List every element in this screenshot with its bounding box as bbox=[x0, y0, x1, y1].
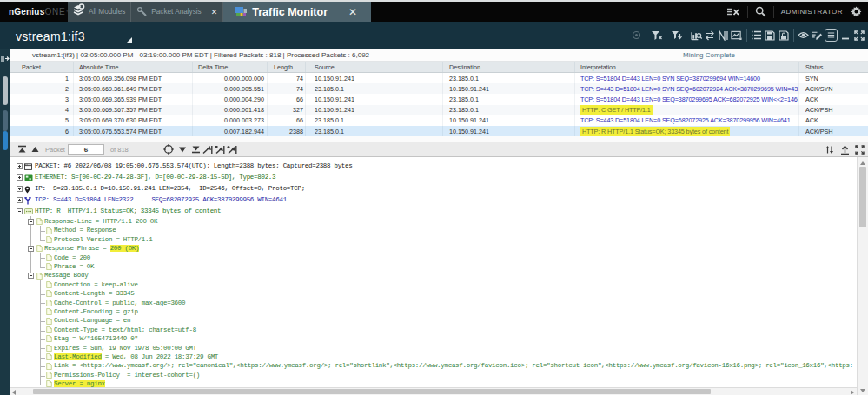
tree-row[interactable]: HTTP: R HTTP/1.1 Status=OK; 33345 bytes … bbox=[10, 207, 857, 218]
tree-row[interactable]: Content-Language = en bbox=[10, 317, 857, 326]
collapse-box-icon[interactable] bbox=[17, 208, 23, 214]
tree-row[interactable]: Expires = Sun, 19 Nov 1978 05:00:00 GMT bbox=[10, 344, 857, 352]
next-packet-icon[interactable] bbox=[178, 146, 187, 154]
tree-row[interactable]: Response-Line = HTTP/1.1 200 OK bbox=[10, 218, 857, 227]
sidebar-scroll-pill-slate[interactable] bbox=[3, 110, 8, 131]
tree-row[interactable]: Cache-Control = public, max-age=3600 bbox=[10, 299, 857, 307]
filter-icon[interactable] bbox=[651, 30, 662, 41]
tab-packet-analysis[interactable]: Packet Analysis ✕ bbox=[131, 2, 223, 22]
view-title-caret-icon[interactable] bbox=[127, 37, 132, 43]
tab-traffic-monitor[interactable]: Traffic Monitor ✕ bbox=[223, 2, 371, 22]
tree-row[interactable]: Response Phrase = 200 (OK) bbox=[10, 245, 857, 253]
cell: 66 bbox=[268, 94, 306, 104]
tab-traffic-monitor-close-icon[interactable]: ✕ bbox=[348, 6, 357, 18]
tree-row[interactable]: Phrase = OK bbox=[10, 263, 857, 272]
goto-packet-icon[interactable] bbox=[163, 144, 174, 155]
collapse-box-icon[interactable] bbox=[28, 246, 34, 252]
user-menu[interactable]: ADMINISTRATOR bbox=[781, 8, 843, 16]
scrollbar-right-icon[interactable] bbox=[851, 390, 854, 395]
tree-row[interactable]: Content-Type = text/html; charset=utf-8 bbox=[10, 326, 857, 334]
settings-gear-icon[interactable] bbox=[851, 6, 862, 17]
collapse-box-icon[interactable] bbox=[28, 219, 34, 225]
export-top-icon[interactable] bbox=[840, 145, 850, 155]
expand-box-icon[interactable] bbox=[17, 163, 23, 169]
tree-row[interactable]: Content-Encoding = gzip bbox=[10, 308, 857, 317]
packet-decode-tree: PACKET: #6 2022/06/08 19:05:00.676.553.5… bbox=[10, 157, 857, 387]
maximize-icon[interactable] bbox=[853, 30, 865, 41]
column-header-delta-time[interactable]: Delta Time bbox=[193, 62, 268, 72]
trend-chart-icon[interactable] bbox=[731, 30, 742, 41]
tree-row[interactable]: ETHERNET: S=[00-0C-29-74-28-3F], D=[00-0… bbox=[10, 173, 857, 184]
record-icon[interactable] bbox=[631, 30, 642, 40]
vscroll-thumb[interactable] bbox=[859, 167, 866, 227]
tree-row[interactable]: Content-Length = 33345 bbox=[10, 290, 857, 299]
tree-row[interactable]: Protocol-Version = HTTP/1.1 bbox=[10, 235, 857, 244]
expand-box-icon[interactable] bbox=[17, 174, 23, 181]
expand-pane-icon[interactable] bbox=[855, 145, 865, 155]
edit-notes-icon[interactable] bbox=[812, 30, 823, 41]
collapse-box-icon[interactable] bbox=[28, 273, 34, 279]
scrollbar-up-icon[interactable] bbox=[860, 161, 865, 165]
column-header-status[interactable]: Status bbox=[799, 62, 868, 72]
next-flag-icon[interactable] bbox=[215, 145, 225, 155]
column-header-source[interactable]: Source bbox=[306, 62, 443, 72]
packet-number-input[interactable] bbox=[68, 144, 104, 155]
tree-row[interactable]: Permissions-Policy = interest-cohort=() bbox=[10, 371, 857, 379]
tree-row[interactable]: Method = Response bbox=[10, 227, 857, 235]
detail-vertical-scrollbar[interactable] bbox=[857, 157, 868, 395]
view-title[interactable]: vstream1:if3 bbox=[16, 30, 85, 43]
detail-horizontal-scrollbar[interactable] bbox=[10, 387, 857, 395]
sidebar-expand-icon[interactable] bbox=[1, 50, 10, 66]
packet-row-6[interactable]: 63:05:00.676.553.574 PM EDT0.007.182.944… bbox=[10, 126, 868, 136]
column-header-packet[interactable]: Packet bbox=[10, 62, 74, 72]
tab-all-modules[interactable]: All Modules bbox=[68, 2, 131, 22]
view-eye-icon[interactable] bbox=[798, 31, 809, 39]
tree-row[interactable]: Code = 200 bbox=[10, 253, 857, 262]
sort-icon[interactable] bbox=[825, 145, 835, 155]
cell: 327 bbox=[268, 105, 306, 115]
scrollbar-down-icon[interactable] bbox=[860, 389, 865, 392]
packet-row-3[interactable]: 33:05:00.669.365.939 PM EDT0.000.004.290… bbox=[10, 94, 868, 104]
packet-row-4[interactable]: 43:05:00.669.367.357 PM EDT0.000.001.418… bbox=[10, 105, 868, 115]
save-icon[interactable] bbox=[765, 30, 776, 41]
tree-row[interactable]: Link = <https://www.ymcasf.org/>; rel="c… bbox=[10, 362, 857, 371]
packet-row-1[interactable]: 13:05:00.669.356.098 PM EDT0.000.000.000… bbox=[10, 73, 868, 83]
minimize-icon[interactable] bbox=[840, 31, 851, 40]
expand-box-icon[interactable] bbox=[17, 197, 23, 203]
save-locked-icon[interactable] bbox=[778, 30, 789, 41]
scroll-top-icon[interactable] bbox=[17, 145, 27, 154]
next-bookmark-icon[interactable] bbox=[227, 145, 237, 155]
compare-icon[interactable] bbox=[704, 30, 715, 41]
hscroll-thumb[interactable] bbox=[33, 389, 711, 394]
column-header-destination[interactable]: Destination bbox=[443, 62, 575, 72]
menu-icon[interactable] bbox=[825, 29, 838, 42]
tree-row[interactable]: Server = nginx bbox=[10, 380, 857, 387]
packet-row-5[interactable]: 53:05:00.669.370.630 PM EDT0.000.003.273… bbox=[10, 115, 868, 126]
next-error-icon[interactable] bbox=[202, 145, 213, 155]
table-header-row: PacketAbsolute TimeDelta TimeLengthSourc… bbox=[10, 62, 868, 73]
netflow-icon[interactable] bbox=[718, 30, 729, 41]
column-header-absolute-time[interactable]: Absolute Time bbox=[74, 62, 193, 72]
filter-apply-icon[interactable] bbox=[671, 30, 682, 41]
scroll-bottom-icon[interactable] bbox=[191, 145, 201, 154]
prev-packet-icon[interactable] bbox=[30, 145, 40, 154]
tree-row[interactable]: Etag = W/"1654713449-0" bbox=[10, 335, 857, 344]
expand-box-icon[interactable] bbox=[17, 186, 23, 192]
tree-row[interactable]: TCP: S=443 D=51804 LEN=2322 SEQ=68207292… bbox=[10, 195, 857, 207]
packet-row-2[interactable]: 23:05:00.669.361.649 PM EDT0.000.005.551… bbox=[10, 83, 868, 94]
tab-packet-analysis-close-icon[interactable]: ✕ bbox=[211, 8, 218, 16]
tree-row[interactable]: Connection = keep-alive bbox=[10, 280, 857, 289]
sidebar-scroll-pill-gray[interactable] bbox=[3, 76, 8, 105]
tree-row[interactable]: Message Body bbox=[10, 272, 857, 280]
column-header-length[interactable]: Length bbox=[268, 62, 306, 72]
tree-row[interactable]: Last-Modified = Wed, 08 Jun 2022 18:37:2… bbox=[10, 353, 857, 362]
list-view-icon[interactable] bbox=[751, 30, 762, 40]
analyze-chart-icon[interactable] bbox=[691, 30, 702, 41]
search-icon[interactable] bbox=[755, 6, 766, 17]
tree-row[interactable]: PACKET: #6 2022/06/08 19:05:00.676.553.5… bbox=[10, 161, 857, 173]
tree-row[interactable]: IP: S=23.185.0.1 D=10.150.91.241 LEN=235… bbox=[10, 184, 857, 195]
close-all-icon[interactable] bbox=[726, 7, 740, 17]
scrollbar-left-icon[interactable] bbox=[12, 390, 16, 395]
column-header-interpretation[interactable]: Interpretation bbox=[575, 62, 799, 72]
sidebar-scroll-pill-blue[interactable] bbox=[3, 131, 8, 150]
